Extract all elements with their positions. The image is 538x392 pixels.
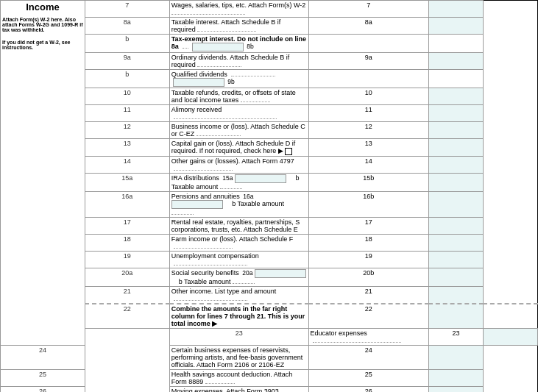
line-8a-ref: 8a xyxy=(308,18,428,35)
line-19-value[interactable] xyxy=(428,251,483,268)
line-18-ref: 18 xyxy=(308,234,428,251)
line-25-desc: Health savings account deduction. Attach… xyxy=(169,369,308,386)
line-22-value[interactable] xyxy=(428,304,483,329)
line-7-ref: 7 xyxy=(308,1,428,18)
line-11-desc: Alimony received xyxy=(169,105,308,122)
line-7-value[interactable] xyxy=(428,1,483,18)
line-17-ref: 17 xyxy=(308,217,428,234)
line-20a-num: 20a xyxy=(85,268,169,286)
line-26-ref: 26 xyxy=(308,386,428,392)
line-17-desc: Rental real estate, royalties, partnersh… xyxy=(169,217,308,234)
line-8b-desc: Tax-exempt interest. Do not include on l… xyxy=(169,35,308,53)
line-14-num: 14 xyxy=(85,156,169,173)
line-12-desc: Business income or (loss). Attach Schedu… xyxy=(169,122,308,139)
line-12-num: 12 xyxy=(85,122,169,139)
line-11-value[interactable] xyxy=(428,105,483,122)
line-21-num: 21 xyxy=(85,286,169,304)
line-26-value[interactable] xyxy=(428,386,483,392)
line-23-value[interactable] xyxy=(483,328,537,345)
line-20b-ref: 20b xyxy=(308,268,428,286)
line-10-ref: 10 xyxy=(308,88,428,105)
line-23-ref: 23 xyxy=(428,328,483,345)
line-20b-value[interactable] xyxy=(428,268,483,286)
line-20-desc: Social security benefits 20a b Taxable a… xyxy=(169,268,308,286)
income-section-label: Income Attach Form(s) W-2 here. Also att… xyxy=(1,1,85,346)
line-16b-value[interactable] xyxy=(428,191,483,217)
line-22-num: 22 xyxy=(85,304,169,329)
line-24-desc: Certain business expenses of reservists,… xyxy=(169,345,308,369)
line-12-ref: 12 xyxy=(308,122,428,139)
line-14-desc: Other gains or (losses). Attach Form 479… xyxy=(169,156,308,173)
line-8b-value xyxy=(428,35,483,53)
line-13-checkbox[interactable] xyxy=(285,148,292,155)
line-21-ref: 21 xyxy=(308,286,428,304)
income-header-row: Income Attach Form(s) W-2 here. Also att… xyxy=(1,1,538,18)
line-21-desc: Other income. List type and amount xyxy=(169,286,308,304)
line-10-desc: Taxable refunds, credits, or offsets of … xyxy=(169,88,308,105)
line-17-num: 17 xyxy=(85,217,169,234)
line-19-num: 19 xyxy=(85,251,169,268)
agi-section-label: Adjusted Gross Income xyxy=(85,328,169,392)
line-10-num: 10 xyxy=(85,88,169,105)
line-9b-value xyxy=(428,70,483,88)
line-9a-value[interactable] xyxy=(428,53,483,70)
line-19-desc: Unemployment compensation xyxy=(169,251,308,268)
line-9a-num: 9a xyxy=(85,53,169,70)
line-14-value[interactable] xyxy=(428,156,483,173)
income-title: Income xyxy=(2,1,83,13)
line-26-num: 26 xyxy=(1,386,85,392)
line-7-desc: Wages, salaries, tips, etc. Attach Form(… xyxy=(169,1,308,18)
w2-note: If you did not get a W-2, see instructio… xyxy=(2,40,83,50)
line-25-row: 25 Health savings account deduction. Att… xyxy=(1,369,538,386)
line-22-desc: Combine the amounts in the far right col… xyxy=(169,304,308,329)
line-24-row: 24 Certain business expenses of reservis… xyxy=(1,345,538,369)
line-15-desc: IRA distributions 15a b Taxable amount xyxy=(169,173,308,191)
line-22-ref: 22 xyxy=(308,304,428,329)
tax-form-table: Income Attach Form(s) W-2 here. Also att… xyxy=(0,0,538,392)
line-9b-ref xyxy=(308,70,428,88)
line-8a-value[interactable] xyxy=(428,18,483,35)
line-26-row: 26 Moving expenses. Attach Form 3903 26 xyxy=(1,386,538,392)
line-10-value[interactable] xyxy=(428,88,483,105)
line-25-value[interactable] xyxy=(428,369,483,386)
line-13-desc: Capital gain or (loss). Attach Schedule … xyxy=(169,139,308,157)
line-9a-desc: Ordinary dividends. Attach Schedule B if… xyxy=(169,53,308,70)
line-16b-ref: 16b xyxy=(308,191,428,217)
line-16a-num: 16a xyxy=(85,191,169,217)
line-15a-num: 15a xyxy=(85,173,169,191)
line-15b-value[interactable] xyxy=(428,173,483,191)
line-16-desc: Pensions and annuities 16a b Taxable amo… xyxy=(169,191,308,217)
line-8b-ref xyxy=(308,35,428,53)
line-26-desc: Moving expenses. Attach Form 3903 xyxy=(169,386,308,392)
line-21-value[interactable] xyxy=(428,286,483,304)
line-18-value[interactable] xyxy=(428,234,483,251)
line-7-num: 7 xyxy=(85,1,169,18)
line-13-value[interactable] xyxy=(428,139,483,157)
line-11-ref: 11 xyxy=(308,105,428,122)
line-15b-ref: 15b xyxy=(308,173,428,191)
line-19-ref: 19 xyxy=(308,251,428,268)
line-17-value[interactable] xyxy=(428,217,483,234)
line-9a-ref: 9a xyxy=(308,53,428,70)
line-25-ref: 25 xyxy=(308,369,428,386)
line-13-num: 13 xyxy=(85,139,169,157)
line-18-desc: Farm income or (loss). Attach Schedule F xyxy=(169,234,308,251)
line-8a-num: 8a xyxy=(85,18,169,35)
line-24-value[interactable] xyxy=(428,345,483,369)
line-18-num: 18 xyxy=(85,234,169,251)
line-12-value[interactable] xyxy=(428,122,483,139)
line-8a-desc: Taxable interest. Attach Schedule B if r… xyxy=(169,18,308,35)
line-8b-num: b xyxy=(85,35,169,53)
line-23-num: 23 xyxy=(169,328,308,345)
line-24-num: 24 xyxy=(1,345,85,369)
line-23-desc: Educator expenses xyxy=(308,328,428,345)
line-24-ref: 24 xyxy=(308,345,428,369)
attach-note: Attach Form(s) W-2 here. Also attach For… xyxy=(2,17,83,32)
line-13-ref: 13 xyxy=(308,139,428,157)
line-11-num: 11 xyxy=(85,105,169,122)
line-9b-num: b xyxy=(85,70,169,88)
line-14-ref: 14 xyxy=(308,156,428,173)
line-9b-desc: Qualified dividends 9b xyxy=(169,70,308,88)
line-25-num: 25 xyxy=(1,369,85,386)
